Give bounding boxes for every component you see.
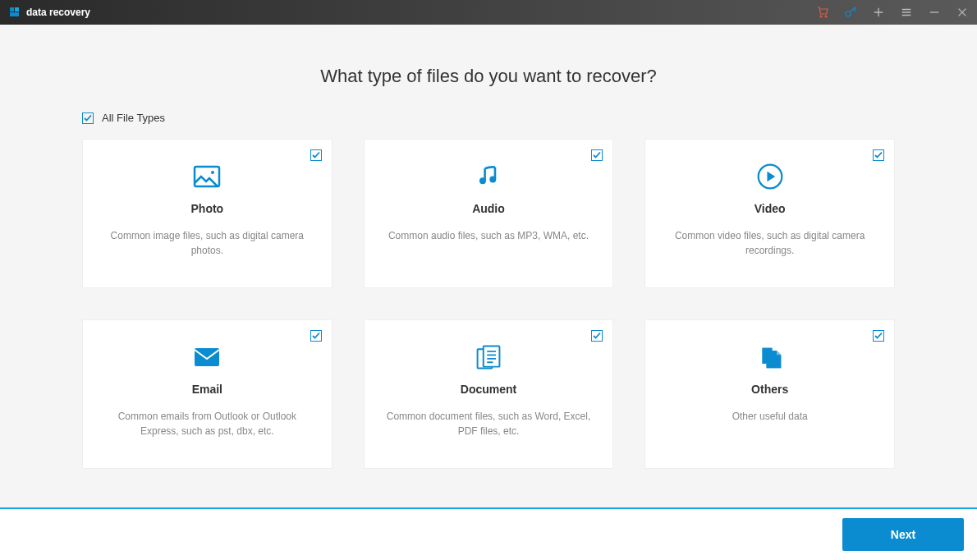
card-title: Document	[461, 383, 516, 396]
svg-point-9	[489, 177, 496, 183]
svg-point-5	[846, 11, 851, 16]
svg-point-3	[820, 16, 822, 17]
cart-icon[interactable]	[816, 6, 829, 19]
all-types-row: All File Types	[82, 112, 895, 124]
card-title: Others	[751, 383, 788, 396]
minimize-icon[interactable]	[928, 6, 941, 19]
all-types-label: All File Types	[102, 112, 165, 124]
svg-rect-0	[10, 7, 14, 11]
svg-rect-13	[484, 347, 500, 367]
footer: Next	[0, 507, 977, 560]
all-types-checkbox[interactable]	[82, 112, 94, 124]
svg-point-8	[479, 177, 486, 184]
card-desc: Common document files, such as Word, Exc…	[381, 409, 597, 438]
svg-point-7	[211, 171, 214, 174]
close-icon[interactable]	[956, 6, 969, 19]
card-checkbox[interactable]	[873, 330, 884, 342]
logo-icon	[8, 6, 21, 19]
svg-rect-1	[15, 7, 19, 11]
card-desc: Common image files, such as digital came…	[99, 228, 315, 258]
photo-icon	[193, 163, 221, 190]
card-email[interactable]: EmailCommon emails from Outlook or Outlo…	[82, 319, 333, 469]
main-content: What type of files do you want to recove…	[0, 25, 977, 507]
page-heading: What type of files do you want to recove…	[320, 66, 657, 87]
card-title: Email	[192, 383, 222, 396]
card-audio[interactable]: AudioCommon audio files, such as MP3, WM…	[364, 139, 614, 288]
card-document[interactable]: DocumentCommon document files, such as W…	[364, 319, 614, 469]
video-icon	[756, 163, 784, 190]
svg-rect-2	[10, 12, 19, 16]
document-icon	[475, 343, 502, 371]
window-controls	[816, 6, 969, 19]
card-checkbox[interactable]	[310, 330, 322, 342]
card-checkbox[interactable]	[591, 330, 603, 342]
others-icon	[756, 343, 784, 371]
card-title: Audio	[472, 202, 505, 215]
next-button[interactable]: Next	[842, 518, 964, 551]
audio-icon	[475, 163, 502, 190]
file-type-grid: PhotoCommon image files, such as digital…	[82, 139, 895, 469]
card-desc: Common emails from Outlook or Outlook Ex…	[99, 409, 315, 438]
card-checkbox[interactable]	[310, 149, 322, 161]
titlebar: data recovery	[0, 0, 977, 25]
card-checkbox[interactable]	[873, 149, 884, 161]
card-photo[interactable]: PhotoCommon image files, such as digital…	[82, 139, 333, 288]
email-icon	[193, 343, 221, 371]
card-video[interactable]: VideoCommon video files, such as digital…	[644, 139, 895, 288]
card-title: Photo	[191, 202, 224, 215]
app-name: data recovery	[26, 7, 90, 18]
card-desc: Common audio files, such as MP3, WMA, et…	[388, 228, 589, 243]
plus-icon[interactable]	[872, 6, 885, 19]
card-checkbox[interactable]	[591, 149, 603, 161]
card-others[interactable]: OthersOther useful data	[644, 319, 895, 469]
svg-point-4	[825, 16, 827, 17]
card-desc: Other useful data	[732, 409, 808, 424]
app-logo: data recovery	[8, 6, 90, 19]
menu-icon[interactable]	[900, 6, 913, 19]
key-icon[interactable]	[844, 6, 857, 19]
card-desc: Common video files, such as digital came…	[662, 228, 878, 258]
svg-rect-11	[195, 348, 219, 366]
card-title: Video	[755, 202, 786, 215]
